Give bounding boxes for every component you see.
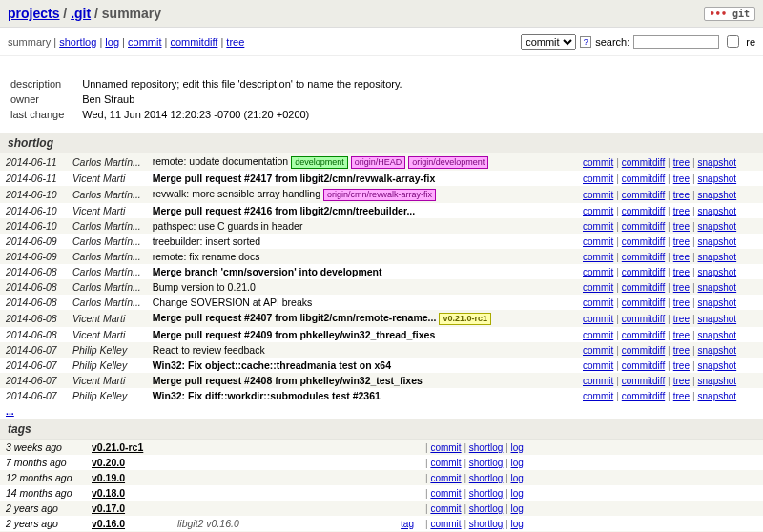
action-tag[interactable]: tag: [401, 519, 414, 529]
action-commit[interactable]: commit: [430, 473, 461, 483]
action-commit[interactable]: commit: [583, 221, 613, 232]
action-commit[interactable]: commit: [583, 330, 613, 340]
action-log[interactable]: log: [511, 473, 524, 483]
more-link[interactable]: ...: [6, 405, 14, 417]
action-commit[interactable]: commit: [583, 174, 613, 184]
action-snapshot[interactable]: snapshot: [698, 190, 737, 200]
action-commitdiff[interactable]: commitdiff: [622, 330, 665, 340]
action-snapshot[interactable]: snapshot: [698, 360, 737, 371]
action-snapshot[interactable]: snapshot: [698, 252, 737, 262]
nav-shortlog[interactable]: shortlog: [59, 36, 96, 48]
help-icon[interactable]: ?: [580, 36, 591, 48]
action-snapshot[interactable]: snapshot: [698, 391, 737, 401]
action-commitdiff[interactable]: commitdiff: [622, 314, 665, 324]
action-snapshot[interactable]: snapshot: [698, 236, 737, 247]
breadcrumb-repo[interactable]: .git: [71, 6, 91, 21]
action-snapshot[interactable]: snapshot: [698, 267, 737, 277]
action-tree[interactable]: tree: [673, 360, 690, 371]
action-snapshot[interactable]: snapshot: [698, 376, 737, 386]
action-tree[interactable]: tree: [673, 206, 690, 216]
action-snapshot[interactable]: snapshot: [698, 157, 737, 168]
action-commitdiff[interactable]: commitdiff: [622, 345, 665, 356]
nav-log[interactable]: log: [105, 36, 119, 48]
action-snapshot[interactable]: snapshot: [698, 206, 737, 216]
nav-commitdiff[interactable]: commitdiff: [170, 36, 217, 48]
action-snapshot[interactable]: snapshot: [698, 345, 737, 356]
action-commit[interactable]: commit: [583, 391, 613, 401]
action-snapshot[interactable]: snapshot: [698, 314, 737, 324]
action-tree[interactable]: tree: [673, 236, 690, 247]
action-shortlog[interactable]: shortlog: [469, 503, 504, 514]
action-tree[interactable]: tree: [673, 391, 690, 401]
action-commitdiff[interactable]: commitdiff: [622, 236, 665, 247]
action-commit[interactable]: commit: [430, 503, 461, 514]
action-tree[interactable]: tree: [673, 330, 690, 340]
action-commitdiff[interactable]: commitdiff: [622, 391, 665, 401]
action-tree[interactable]: tree: [673, 157, 690, 168]
nav-commit[interactable]: commit: [128, 36, 161, 48]
action-commitdiff[interactable]: commitdiff: [622, 157, 665, 168]
action-commit[interactable]: commit: [583, 267, 613, 277]
action-tree[interactable]: tree: [673, 190, 690, 200]
action-commitdiff[interactable]: commitdiff: [622, 190, 665, 200]
action-tree[interactable]: tree: [673, 314, 690, 324]
action-tree[interactable]: tree: [673, 174, 690, 184]
action-commit[interactable]: commit: [583, 236, 613, 247]
action-commit[interactable]: commit: [583, 252, 613, 262]
action-tree[interactable]: tree: [673, 297, 690, 308]
tag-link[interactable]: v0.19.0: [92, 472, 125, 483]
tag-link[interactable]: v0.16.0: [92, 518, 125, 529]
action-commit[interactable]: commit: [583, 297, 613, 308]
tag-link[interactable]: v0.20.0: [92, 457, 125, 468]
action-commit[interactable]: commit: [583, 376, 613, 386]
tag-link[interactable]: v0.17.0: [92, 502, 125, 514]
action-tree[interactable]: tree: [673, 252, 690, 262]
action-commit[interactable]: commit: [583, 190, 613, 200]
action-commit[interactable]: commit: [583, 206, 613, 216]
action-commitdiff[interactable]: commitdiff: [622, 221, 665, 232]
search-input[interactable]: [633, 35, 719, 49]
action-commitdiff[interactable]: commitdiff: [622, 376, 665, 386]
action-snapshot[interactable]: snapshot: [698, 221, 737, 232]
action-shortlog[interactable]: shortlog: [469, 488, 504, 499]
action-snapshot[interactable]: snapshot: [698, 282, 737, 293]
action-commitdiff[interactable]: commitdiff: [622, 267, 665, 277]
action-log[interactable]: log: [511, 488, 524, 499]
action-commitdiff[interactable]: commitdiff: [622, 282, 665, 293]
breadcrumb-projects[interactable]: projects: [8, 6, 59, 21]
tag-link[interactable]: v0.18.0: [92, 487, 125, 499]
action-log[interactable]: log: [511, 442, 524, 453]
action-commit[interactable]: commit: [430, 442, 461, 453]
action-commitdiff[interactable]: commitdiff: [622, 360, 665, 371]
search-type-select[interactable]: commit: [521, 34, 576, 50]
action-tree[interactable]: tree: [673, 267, 690, 277]
action-commit[interactable]: commit: [583, 360, 613, 371]
tag-link[interactable]: v0.21.0-rc1: [92, 441, 143, 453]
action-commit[interactable]: commit: [583, 157, 613, 168]
action-log[interactable]: log: [511, 519, 524, 529]
action-commitdiff[interactable]: commitdiff: [622, 206, 665, 216]
action-shortlog[interactable]: shortlog: [469, 473, 504, 483]
action-commitdiff[interactable]: commitdiff: [622, 297, 665, 308]
action-commit[interactable]: commit: [430, 458, 461, 468]
regex-checkbox[interactable]: [727, 35, 739, 48]
action-shortlog[interactable]: shortlog: [469, 442, 504, 453]
action-tree[interactable]: tree: [673, 282, 690, 293]
action-log[interactable]: log: [511, 458, 524, 468]
action-commit[interactable]: commit: [583, 282, 613, 293]
action-commitdiff[interactable]: commitdiff: [622, 174, 665, 184]
action-commit[interactable]: commit: [583, 314, 613, 324]
action-snapshot[interactable]: snapshot: [698, 174, 737, 184]
action-snapshot[interactable]: snapshot: [698, 330, 737, 340]
action-commit[interactable]: commit: [583, 345, 613, 356]
action-tree[interactable]: tree: [673, 221, 690, 232]
action-shortlog[interactable]: shortlog: [469, 458, 504, 468]
action-commitdiff[interactable]: commitdiff: [622, 252, 665, 262]
action-tree[interactable]: tree: [673, 376, 690, 386]
action-shortlog[interactable]: shortlog: [469, 519, 504, 529]
nav-tree[interactable]: tree: [226, 36, 244, 48]
action-log[interactable]: log: [511, 503, 524, 514]
action-commit[interactable]: commit: [430, 519, 461, 529]
action-snapshot[interactable]: snapshot: [698, 297, 737, 308]
action-tree[interactable]: tree: [673, 345, 690, 356]
